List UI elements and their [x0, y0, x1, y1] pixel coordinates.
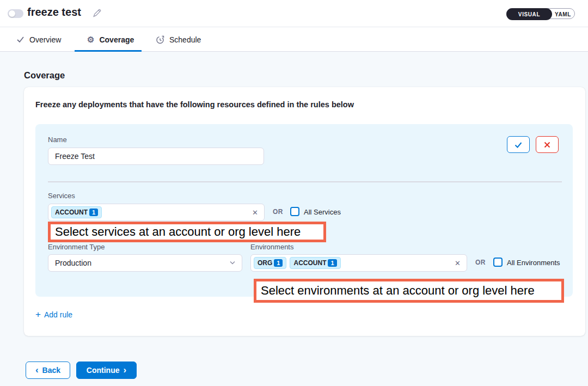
rule-divider: [48, 181, 562, 182]
chevron-down-icon: [229, 259, 236, 267]
freeze-enable-toggle[interactable]: [8, 9, 23, 18]
continue-button-label: Continue: [87, 366, 120, 375]
tag-count-badge: 1: [89, 209, 98, 216]
cancel-rule-button[interactable]: [536, 136, 559, 153]
annotation-environments: Select environments at an account or org…: [254, 279, 564, 303]
edit-pencil-icon[interactable]: [92, 8, 102, 18]
gear-icon: ⚙: [87, 35, 94, 44]
tag-count-badge: 1: [328, 259, 336, 267]
name-label: Name: [48, 136, 67, 144]
check-icon: [514, 140, 523, 149]
back-button-label: Back: [42, 366, 60, 375]
yaml-segment[interactable]: YAML: [552, 9, 574, 20]
environments-multiselect[interactable]: ORG 1 ACCOUNT 1 ✕: [250, 254, 467, 272]
environment-type-label: Environment Type: [48, 243, 105, 251]
page-title: freeze test: [27, 6, 81, 19]
tag-text: ACCOUNT: [55, 209, 88, 216]
add-rule-label: Add rule: [44, 310, 72, 319]
environment-type-select[interactable]: Production: [48, 254, 242, 272]
tab-schedule[interactable]: Schedule: [156, 27, 201, 52]
continue-button[interactable]: Continue ›: [76, 362, 137, 379]
tab-coverage[interactable]: ⚙ Coverage: [87, 27, 134, 52]
environments-label: Environments: [250, 243, 293, 251]
header: freeze test VISUAL YAML: [0, 0, 588, 27]
visual-yaml-toggle[interactable]: VISUAL YAML: [506, 8, 575, 19]
chevron-left-icon: ‹: [35, 365, 39, 375]
section-heading: Coverage: [24, 70, 65, 81]
x-icon: [543, 141, 551, 149]
environments-clear-icon[interactable]: ✕: [455, 260, 461, 267]
services-or-text: OR: [273, 208, 283, 216]
tag-count-badge: 1: [274, 259, 283, 267]
all-environments-label: All Environments: [507, 259, 560, 267]
environment-tag-account[interactable]: ACCOUNT 1: [290, 257, 340, 269]
card-description: Freeze any deployments that have the fol…: [35, 100, 354, 109]
tab-overview[interactable]: Overview: [16, 27, 61, 52]
tag-text: ORG: [258, 259, 272, 267]
back-button[interactable]: ‹ Back: [26, 362, 70, 379]
tag-text: ACCOUNT: [293, 259, 326, 267]
chevron-right-icon: ›: [123, 365, 126, 375]
all-services-checkbox[interactable]: [290, 207, 299, 216]
all-environments-checkbox[interactable]: [493, 258, 503, 267]
annotation-services: Select services at an account or org lev…: [48, 222, 326, 242]
plus-icon: +: [35, 310, 41, 319]
environments-or-text: OR: [475, 259, 486, 266]
service-tag-account[interactable]: ACCOUNT 1: [51, 206, 102, 218]
tab-bar: Overview ⚙ Coverage Schedule: [0, 27, 588, 52]
active-tab-indicator: [75, 50, 142, 52]
freeze-studio-screen: freeze test VISUAL YAML Overview ⚙ Cover…: [0, 0, 588, 386]
add-rule-button[interactable]: + Add rule: [35, 310, 72, 319]
environment-tag-org[interactable]: ORG 1: [254, 257, 286, 269]
tab-schedule-label: Schedule: [169, 35, 201, 44]
confirm-rule-button[interactable]: [507, 136, 530, 153]
visual-segment[interactable]: VISUAL: [506, 8, 552, 20]
services-clear-icon[interactable]: ✕: [252, 209, 258, 216]
environment-type-value: Production: [55, 259, 91, 267]
tab-coverage-label: Coverage: [99, 35, 134, 44]
toggle-knob: [9, 10, 15, 17]
name-input[interactable]: [48, 148, 264, 165]
services-label: Services: [48, 192, 75, 200]
check-icon: [16, 35, 24, 44]
services-multiselect[interactable]: ACCOUNT 1 ✕: [48, 204, 265, 221]
clock-refresh-icon: [156, 35, 164, 44]
tab-overview-label: Overview: [29, 35, 61, 44]
all-services-label: All Services: [304, 208, 341, 216]
